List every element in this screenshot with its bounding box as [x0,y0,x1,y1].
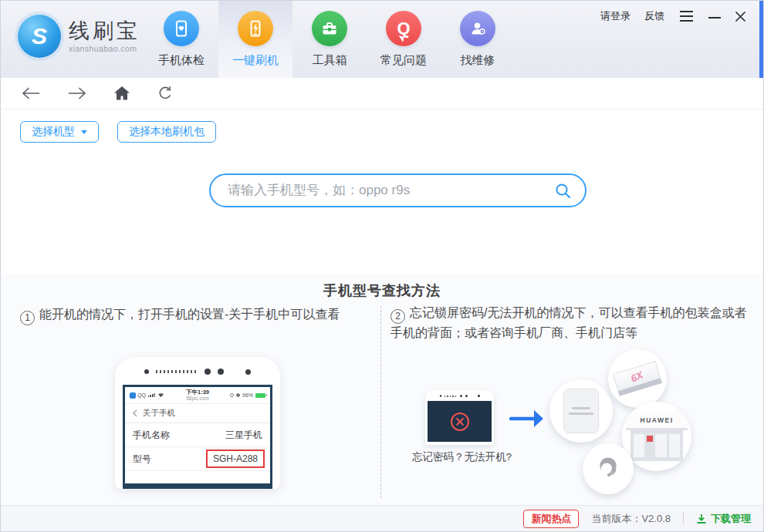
download-manager-button[interactable]: 下载管理 [696,512,751,526]
phone-box-graphic: 6X [613,361,662,396]
back-chevron-icon [133,409,137,417]
search-icon[interactable] [555,183,571,199]
phone-speaker-decoration [115,369,280,375]
nav-label: 工具箱 [313,53,347,68]
status-dot-icon [236,393,240,397]
right-arrow-icon [509,406,545,431]
browser-toolbar [1,78,763,109]
about-phone-row: 关于手机 [125,404,270,423]
app-header: S 线刷宝 xianshuabao.com 手机体检 [1,1,763,78]
version-label: 当前版本：V2.0.8 [591,512,671,526]
locked-phone-mockup [425,390,494,445]
status-bar: 新闻热点 当前版本：V2.0.8 下载管理 [1,505,763,531]
nav-item-phone-checkup[interactable]: 手机体检 [144,1,218,78]
nav-label: 手机体检 [158,53,205,68]
storefront-graphic: HUAWEI [626,412,688,461]
wifi-icon [157,392,164,398]
phone-time: 下午1:39 [186,389,209,396]
column-divider [380,306,381,498]
support-agent-icon [592,453,624,485]
signal-bars-icon [148,393,155,397]
battery-percent: 96% [242,392,253,398]
nav-label: 常见问题 [380,53,427,68]
footer-divider [683,513,684,524]
hamburger-menu-icon[interactable] [678,9,695,23]
app-logo: S 线刷宝 xianshuabao.com [18,15,140,58]
header-controls: 请登录 反馈 [600,9,746,23]
faq-icon: Q [386,11,421,46]
search-input[interactable] [228,183,555,198]
main-nav: 手机体检 一键刷机 [144,1,515,78]
logo-icon: S [18,15,61,58]
locked-caption: 忘记密码？无法开机? [412,450,512,464]
guide-step-2: 2忘记锁屏密码/无法开机的情况下，可以查看手机的包装盒或者手机的背面；或者咨询手… [390,304,747,342]
model-lookup-guide: 手机型号查找方法 1能开机的情况下，打开手机的设置-关于手机中可以查看 2忘记锁… [1,274,763,506]
action-buttons: 选择机型 选择本地刷机包 [20,121,216,143]
locked-screen [428,401,492,442]
download-icon [696,513,707,524]
minimize-button[interactable] [708,17,721,19]
phone-name-row: 手机名称 三星手机 [125,423,270,447]
nav-item-one-key-flash[interactable]: 一键刷机 [218,1,292,78]
phone-flash-icon [238,11,273,46]
back-icon[interactable] [21,85,41,102]
nav-label: 一键刷机 [232,53,279,68]
phone-back-graphic [563,389,599,433]
box-model-label: 6X [629,369,645,384]
store-sign: HUAWEI [626,412,688,430]
home-icon[interactable] [113,86,130,101]
forward-icon[interactable] [67,85,87,102]
step-number: 1 [20,311,35,325]
phone-checkup-icon [164,11,199,46]
nav-item-faq[interactable]: Q 常见问题 [367,1,441,78]
settings-phone-mockup: QQ 下午1:39 58pic.com 96% [115,357,280,489]
step-number: 2 [390,309,405,324]
app-window: S 线刷宝 xianshuabao.com 手机体检 [0,0,764,532]
app-domain: xianshuabao.com [69,44,140,53]
nav-item-toolbox[interactable]: 工具箱 [292,1,367,78]
guide-title: 手机型号查找方法 [1,274,763,300]
phone-site: 58pic.com [186,396,209,401]
news-hotspot-badge[interactable]: 新闻热点 [523,510,579,528]
app-name: 线刷宝 [69,19,140,42]
model-number-highlight: SGH-A288 [206,450,265,468]
error-x-icon [448,410,472,433]
qq-app-icon [130,392,136,399]
close-button[interactable] [735,11,746,22]
phone-back-circle [549,379,613,443]
battery-icon [255,393,265,398]
select-model-button[interactable]: 选择机型 [20,121,99,143]
phone-model-row: 型号 SGH-A288 [125,447,270,471]
window-edge-accent [759,1,763,78]
feedback-link[interactable]: 反馈 [644,9,664,23]
phone-speaker-decoration [425,395,494,397]
login-link[interactable]: 请登录 [600,9,630,23]
chevron-down-icon [81,130,87,134]
nav-item-find-repair[interactable]: 找维修 [441,1,515,78]
customer-service-circle [583,443,634,494]
phone-screen: QQ 下午1:39 58pic.com 96% [123,385,272,489]
nav-label: 找维修 [461,53,495,68]
model-search-box[interactable] [209,173,587,207]
repair-person-icon [460,11,495,46]
package-box-circle: 6X [608,349,667,408]
status-dot-icon [230,393,234,397]
select-local-package-button[interactable]: 选择本地刷机包 [117,121,216,143]
phone-status-bar: QQ 下午1:39 58pic.com 96% [125,387,270,404]
refresh-icon[interactable] [157,85,174,102]
toolbox-icon [312,11,347,46]
guide-step-1: 1能开机的情况下，打开手机的设置-关于手机中可以查看 [20,305,371,325]
